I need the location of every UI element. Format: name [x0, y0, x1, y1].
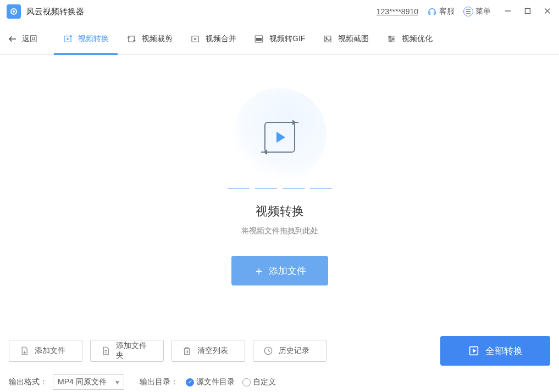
back-arrow-icon: [8, 34, 18, 44]
output-format-select[interactable]: MP4 同原文件 ▾: [53, 374, 124, 390]
radio-source-label: 源文件目录: [196, 377, 235, 387]
tab-label: 视频合并: [206, 34, 236, 44]
add-files-center-label: 添加文件: [269, 265, 306, 277]
trash-icon: [182, 346, 192, 356]
radio-source-dir[interactable]: 源文件目录: [186, 377, 235, 387]
svg-point-19: [389, 36, 391, 37]
clock-icon: [263, 346, 273, 356]
account-link[interactable]: 123****8910: [377, 7, 418, 16]
history-button[interactable]: 历史记录: [253, 340, 326, 362]
svg-point-15: [326, 37, 327, 38]
maximize-button[interactable]: [523, 6, 533, 18]
bottom-panel: 添加文件 添加文件夹 清空列表 历史记录 全部转换 输出格式： MP4 同原文件…: [0, 329, 559, 390]
tabbar: 返回 视频转换 视频裁剪 视频合并 视频转GIF 视频截图 视频优化: [0, 23, 559, 55]
svg-marker-6: [67, 37, 70, 40]
svg-rect-1: [525, 8, 530, 13]
tab-video-merge[interactable]: 视频合并: [181, 23, 245, 54]
hero-dashes: [228, 188, 332, 189]
svg-rect-7: [129, 36, 135, 42]
sliders-icon: [386, 34, 396, 44]
radio-unchecked-icon: [242, 378, 251, 387]
convert-loop-icon: [264, 122, 295, 153]
tab-label: 视频截图: [338, 34, 369, 44]
svg-marker-11: [195, 37, 197, 40]
drop-area[interactable]: 视频转换 将视频文件拖拽到此处 ＋ 添加文件: [0, 55, 559, 329]
tab-video-to-gif[interactable]: 视频转GIF: [245, 23, 314, 54]
play-convert-icon: [63, 34, 73, 44]
tab-label: 视频转换: [78, 34, 109, 44]
minimize-button[interactable]: [503, 6, 513, 18]
tab-video-crop[interactable]: 视频裁剪: [118, 23, 181, 54]
screenshot-icon: [323, 34, 333, 44]
tab-video-optimize[interactable]: 视频优化: [378, 23, 441, 54]
svg-marker-33: [473, 349, 476, 352]
tab-label: 视频转GIF: [269, 34, 305, 44]
hero-subtitle: 将视频文件拖拽到此处: [241, 226, 318, 236]
minimize-icon: [503, 6, 513, 16]
svg-point-20: [392, 38, 394, 40]
convert-all-label: 全部转换: [485, 345, 523, 357]
tab-label: 视频裁剪: [142, 34, 173, 44]
radio-custom-dir[interactable]: 自定义: [242, 377, 276, 387]
chevron-down-icon: ▾: [115, 378, 119, 387]
add-folder-label: 添加文件夹: [116, 341, 153, 361]
support-button[interactable]: 客服: [427, 7, 455, 16]
menu-icon: [463, 7, 473, 16]
tab-label: 视频优化: [402, 34, 433, 44]
output-dir-label: 输出目录：: [140, 377, 178, 387]
back-label: 返回: [22, 34, 37, 44]
add-file-button[interactable]: 添加文件: [9, 340, 82, 362]
radio-checked-icon: [186, 378, 194, 387]
titlebar: 风云视频转换器 123****8910 客服 菜单: [0, 0, 559, 23]
radio-custom-label: 自定义: [253, 377, 276, 387]
tab-video-convert[interactable]: 视频转换: [54, 23, 118, 54]
svg-rect-13: [257, 38, 262, 41]
add-folder-button[interactable]: 添加文件夹: [90, 340, 164, 362]
hero-graphic: [225, 93, 335, 181]
back-button[interactable]: 返回: [8, 34, 37, 44]
output-format-value: MP4 同原文件: [58, 377, 107, 387]
support-label: 客服: [439, 7, 455, 16]
play-box-icon: [468, 345, 480, 357]
maximize-icon: [523, 6, 533, 16]
history-label: 历史记录: [279, 346, 309, 356]
gif-icon: [254, 34, 264, 44]
add-file-label: 添加文件: [35, 346, 65, 356]
add-files-center-button[interactable]: ＋ 添加文件: [231, 256, 328, 285]
crop-icon: [126, 34, 136, 44]
close-icon: [543, 6, 552, 16]
plus-icon: ＋: [253, 264, 264, 278]
file-add-icon: [19, 346, 29, 356]
app-logo: [7, 4, 21, 19]
menu-button[interactable]: 菜单: [463, 7, 491, 16]
hero-title: 视频转换: [256, 203, 304, 220]
merge-icon: [190, 34, 200, 44]
convert-all-button[interactable]: 全部转换: [440, 336, 550, 366]
output-format-label: 输出格式：: [9, 377, 47, 387]
folder-add-icon: [101, 346, 110, 356]
clear-list-button[interactable]: 清空列表: [171, 340, 245, 362]
svg-point-21: [390, 40, 391, 42]
headset-icon: [427, 7, 437, 16]
clear-list-label: 清空列表: [197, 346, 228, 356]
close-button[interactable]: [543, 6, 552, 18]
menu-label: 菜单: [475, 7, 491, 16]
app-title: 风云视频转换器: [26, 7, 84, 17]
tab-video-screenshot[interactable]: 视频截图: [314, 23, 378, 54]
svg-rect-27: [185, 349, 190, 355]
